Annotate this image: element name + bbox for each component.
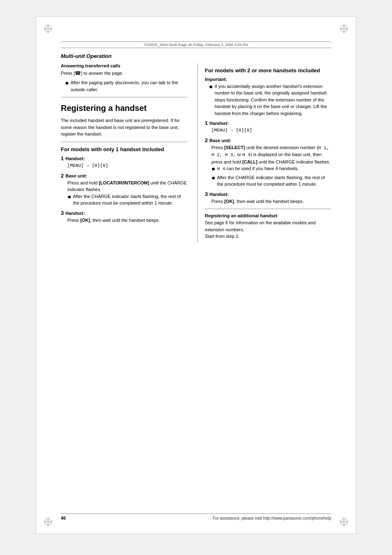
two-col-layout: Answering transferred calls Press [☎] to… xyxy=(61,63,331,242)
page-number: 46 xyxy=(61,516,66,520)
right-step-1: 1 Handset: [MENU] → [0][0] xyxy=(205,120,332,134)
divider-1 xyxy=(61,97,187,97)
important-bullet-text: If you accidentally assign another hands… xyxy=(214,83,331,117)
bullet-dot: ● xyxy=(212,174,216,182)
right-step-3-body: Press [OK], then wait until the handset … xyxy=(212,198,332,205)
footer-assistance: For assistance, please visit http://www.… xyxy=(213,516,332,520)
left-step-2: 2 Base unit: Press and hold [LOCATOR/INT… xyxy=(61,173,187,207)
left-model-heading: For models with only 1 handset included xyxy=(61,146,187,153)
left-step-2-num: 2 xyxy=(61,173,64,179)
right-step-2-bullet-2-text: After the CHARGE indicator starts flashi… xyxy=(217,174,331,188)
right-step-2-num: 2 xyxy=(205,137,208,143)
left-step-1-num: 1 xyxy=(61,155,64,161)
big-heading: Registering a handset xyxy=(61,103,187,113)
additional-text: See page 6 for information on the availa… xyxy=(205,219,332,240)
answering-press: Press [☎] to answer the page. xyxy=(61,69,187,77)
right-step-1-num: 1 xyxy=(205,120,208,126)
right-step-3: 3 Handset: Press [OK], then wait until t… xyxy=(205,191,332,205)
right-step-1-header: 1 Handset: xyxy=(205,120,332,126)
corner-mark-tl xyxy=(44,24,53,33)
additional-section: Registering an additional handset See pa… xyxy=(205,213,332,240)
left-step-3: 3 Handset: Press [OK], then wait until t… xyxy=(61,210,187,224)
corner-mark-tr xyxy=(339,24,348,33)
intro-text: The included handset and base unit are p… xyxy=(61,117,187,138)
left-step-3-label: Handset: xyxy=(65,211,85,216)
right-step-2-bullet-1-text: H 4 can be used if you have 4 handsets. xyxy=(217,165,299,173)
left-step-2-bullet-text: After the CHARGE indicator starts flashi… xyxy=(73,193,187,207)
right-step-2-bullet-1: ● H 4 can be used if you have 4 handsets… xyxy=(212,165,332,173)
right-step-1-body: [MENU] → [0][0] xyxy=(212,127,332,134)
left-step-2-body: Press and hold [LOCATOR/INTERCOM] until … xyxy=(67,180,187,193)
corner-mark-bl xyxy=(44,517,53,526)
important-label: Important: xyxy=(205,77,332,82)
bullet-dot: ● xyxy=(209,83,213,90)
right-step-2-header: 2 Base unit: xyxy=(205,137,332,143)
right-step-1-label: Handset: xyxy=(210,121,229,126)
bullet-dot: ● xyxy=(212,165,216,173)
page-footer: 46 For assistance, please visit http://w… xyxy=(61,514,331,520)
bullet-dot: ● xyxy=(67,193,71,200)
right-divider xyxy=(205,209,332,209)
left-step-2-bullet: ● After the CHARGE indicator starts flas… xyxy=(67,193,187,207)
right-step-3-header: 3 Handset: xyxy=(205,191,332,197)
document-page: TG563X_565X.book Page 46 Friday, Februar… xyxy=(36,16,356,534)
left-step-3-num: 3 xyxy=(61,210,64,216)
left-column: Answering transferred calls Press [☎] to… xyxy=(61,63,187,242)
page-container: TG563X_565X.book Page 46 Friday, Februar… xyxy=(0,0,392,555)
left-step-1: 1 Handset: [MENU] → [0][0] xyxy=(61,155,187,169)
additional-title: Registering an additional handset xyxy=(205,213,332,218)
left-step-3-header: 3 Handset: xyxy=(61,210,187,216)
section-title: Multi-unit Operation xyxy=(61,53,331,59)
right-step-3-label: Handset: xyxy=(210,192,229,197)
left-step-2-label: Base unit: xyxy=(65,173,87,178)
right-step-2-body: Press [SELECT] until the desired extensi… xyxy=(212,144,332,166)
answering-section: Answering transferred calls Press [☎] to… xyxy=(61,63,187,93)
answering-title: Answering transferred calls xyxy=(61,63,187,68)
right-step-3-num: 3 xyxy=(205,191,208,197)
answering-bullet: ● After the paging party disconnects, yo… xyxy=(65,79,187,93)
right-step-2: 2 Base unit: Press [SELECT] until the de… xyxy=(205,137,332,188)
left-step-3-body: Press [OK], then wait until the handset … xyxy=(67,217,187,224)
right-step-2-bullet-2: ● After the CHARGE indicator starts flas… xyxy=(212,174,332,188)
bullet-dot: ● xyxy=(65,79,69,87)
corner-mark-br xyxy=(339,517,348,526)
important-bullet: ● If you accidentally assign another han… xyxy=(209,83,332,117)
left-step-2-header: 2 Base unit: xyxy=(61,173,187,179)
left-step-1-label: Handset: xyxy=(65,156,85,161)
phone-icon: ☎ xyxy=(75,70,81,76)
file-info: TG563X_565X.book Page 46 Friday, Februar… xyxy=(61,41,331,48)
right-step-2-label: Base unit: xyxy=(210,138,231,143)
right-model-heading: For models with 2 or more handsets inclu… xyxy=(205,67,332,74)
answering-bullet-text: After the paging party disconnects, you … xyxy=(71,79,187,93)
left-step-1-body: [MENU] → [0][0] xyxy=(67,162,187,169)
left-step-1-header: 1 Handset: xyxy=(61,155,187,161)
divider-2 xyxy=(61,142,187,142)
right-column: For models with 2 or more handsets inclu… xyxy=(197,63,332,242)
